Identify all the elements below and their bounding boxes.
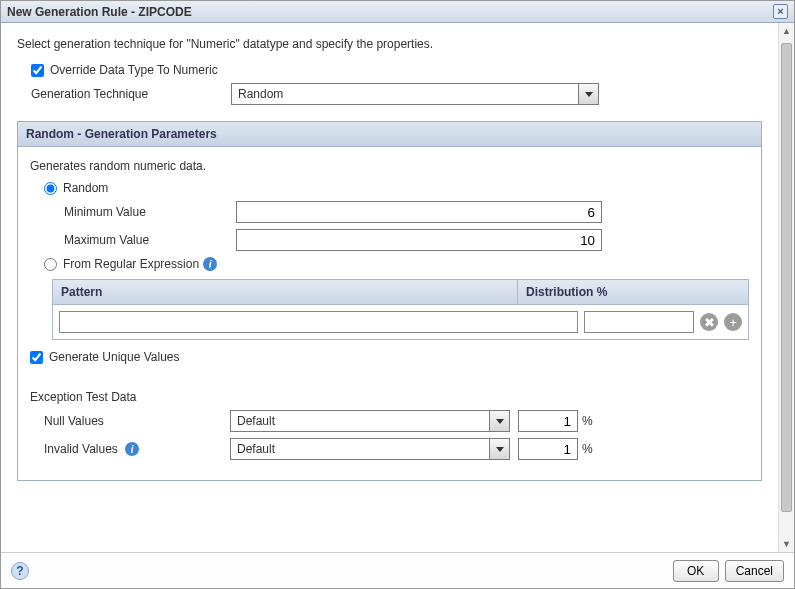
col-pattern-header: Pattern	[53, 280, 518, 304]
invalid-label-text: Invalid Values	[44, 442, 118, 456]
invalid-values-row: Invalid Values i Default %	[30, 438, 749, 460]
distribution-input[interactable]	[584, 311, 694, 333]
dialog-footer: ? OK Cancel	[1, 552, 794, 588]
max-row: Maximum Value	[30, 229, 749, 251]
regex-radio-row: From Regular Expression i	[30, 257, 749, 271]
scroll-down-icon[interactable]: ▼	[779, 536, 794, 552]
gen-technique-value: Random	[232, 87, 578, 101]
unique-label: Generate Unique Values	[49, 350, 180, 364]
random-radio-label: Random	[63, 181, 108, 195]
invalid-percent-input[interactable]	[518, 438, 578, 460]
dialog-title: New Generation Rule - ZIPCODE	[7, 5, 192, 19]
regex-table-header: Pattern Distribution %	[53, 280, 748, 305]
intro-text: Select generation technique for "Numeric…	[17, 37, 762, 51]
random-radio[interactable]	[44, 182, 57, 195]
gen-technique-label: Generation Technique	[31, 87, 231, 101]
delete-row-icon[interactable]: ✖	[700, 313, 718, 331]
content-area: Select generation technique for "Numeric…	[1, 23, 778, 552]
null-percent-input[interactable]	[518, 410, 578, 432]
chevron-down-icon	[489, 411, 509, 431]
min-row: Minimum Value	[30, 201, 749, 223]
dialog-body: Select generation technique for "Numeric…	[1, 23, 794, 552]
panel-body: Generates random numeric data. Random Mi…	[18, 147, 761, 480]
null-values-row: Null Values Default %	[30, 410, 749, 432]
help-icon[interactable]: ?	[11, 562, 29, 580]
col-distribution-header: Distribution %	[518, 280, 748, 304]
min-label: Minimum Value	[64, 205, 236, 219]
info-icon[interactable]: i	[125, 442, 139, 456]
chevron-down-icon	[578, 84, 598, 104]
cancel-button[interactable]: Cancel	[725, 560, 784, 582]
ok-button[interactable]: OK	[673, 560, 719, 582]
unique-row: Generate Unique Values	[30, 350, 749, 364]
null-label: Null Values	[44, 414, 230, 428]
max-value-input[interactable]	[236, 229, 602, 251]
override-row: Override Data Type To Numeric	[17, 63, 762, 77]
regex-radio-label: From Regular Expression	[63, 257, 199, 271]
regex-table: Pattern Distribution % ✖ +	[52, 279, 749, 340]
percent-symbol: %	[582, 414, 593, 428]
invalid-label: Invalid Values i	[44, 442, 230, 457]
percent-symbol: %	[582, 442, 593, 456]
invalid-select-value: Default	[231, 442, 489, 456]
invalid-select[interactable]: Default	[230, 438, 510, 460]
chevron-down-icon	[489, 439, 509, 459]
null-select[interactable]: Default	[230, 410, 510, 432]
gen-technique-row: Generation Technique Random	[17, 83, 762, 105]
min-value-input[interactable]	[236, 201, 602, 223]
close-icon[interactable]: ×	[773, 4, 788, 19]
exception-header-row: Exception Test Data	[30, 390, 749, 404]
override-label: Override Data Type To Numeric	[50, 63, 218, 77]
panel-description: Generates random numeric data.	[30, 159, 749, 173]
scroll-up-icon[interactable]: ▲	[779, 23, 794, 39]
pattern-input[interactable]	[59, 311, 578, 333]
gen-technique-select[interactable]: Random	[231, 83, 599, 105]
parameters-panel: Random - Generation Parameters Generates…	[17, 121, 762, 481]
scrollbar-thumb[interactable]	[781, 43, 792, 512]
dialog-window: New Generation Rule - ZIPCODE × Select g…	[0, 0, 795, 589]
panel-header: Random - Generation Parameters	[18, 122, 761, 147]
random-radio-row: Random	[30, 181, 749, 195]
null-select-value: Default	[231, 414, 489, 428]
unique-checkbox[interactable]	[30, 351, 43, 364]
exception-header: Exception Test Data	[30, 390, 137, 404]
max-label: Maximum Value	[64, 233, 236, 247]
override-checkbox[interactable]	[31, 64, 44, 77]
add-row-icon[interactable]: +	[724, 313, 742, 331]
vertical-scrollbar[interactable]: ▲ ▼	[778, 23, 794, 552]
regex-radio[interactable]	[44, 258, 57, 271]
info-icon[interactable]: i	[203, 257, 217, 271]
regex-table-row: ✖ +	[53, 305, 748, 339]
titlebar: New Generation Rule - ZIPCODE ×	[1, 1, 794, 23]
